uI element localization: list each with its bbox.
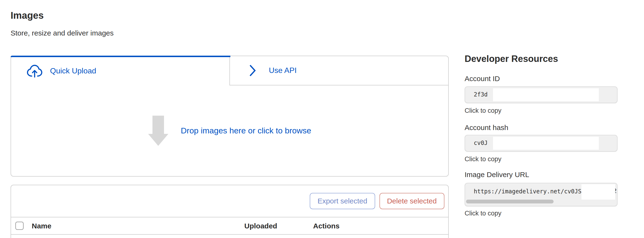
- account-id-field[interactable]: 2f3d: [464, 86, 618, 103]
- export-selected-button[interactable]: Export selected: [310, 193, 375, 209]
- developer-resources-sidebar: Developer Resources Account ID 2f3d Clic…: [464, 0, 618, 238]
- redaction-overlay: [493, 88, 599, 101]
- image-delivery-url-copy-hint: Click to copy: [464, 210, 502, 217]
- images-page: Images Store, resize and deliver images …: [0, 0, 644, 238]
- tab-use-api-label: Use API: [269, 66, 297, 75]
- account-hash-label: Account hash: [464, 123, 508, 131]
- image-list-card: Export selected Delete selected Name Upl…: [10, 185, 449, 238]
- cloud-upload-icon: [26, 64, 43, 78]
- account-hash-field[interactable]: cv0J: [464, 135, 618, 152]
- chevron-right-icon: [249, 64, 256, 77]
- image-drop-zone[interactable]: Drop images here or click to browse: [11, 85, 448, 176]
- image-delivery-url-label: Image Delivery URL: [464, 170, 529, 179]
- table-header-row: Name Uploaded Actions: [11, 217, 448, 235]
- column-header-uploaded: Uploaded: [244, 217, 277, 234]
- delete-selected-button[interactable]: Delete selected: [379, 193, 444, 209]
- column-header-name: Name: [32, 217, 52, 234]
- tab-quick-upload-label: Quick Upload: [50, 66, 96, 75]
- account-id-label: Account ID: [464, 74, 500, 83]
- column-header-actions: Actions: [313, 217, 340, 234]
- page-subtitle: Store, resize and deliver images: [10, 28, 114, 38]
- image-delivery-url-field[interactable]: https://imagedelivery.net/cv0JSj 2: [464, 183, 618, 206]
- redaction-overlay: [582, 184, 615, 200]
- redaction-overlay: [493, 137, 599, 150]
- drop-zone-label: Drop images here or click to browse: [181, 126, 311, 135]
- tab-strip: Quick Upload Use API: [11, 56, 448, 85]
- account-hash-copy-hint: Click to copy: [464, 155, 502, 163]
- tab-use-api[interactable]: Use API: [230, 56, 448, 85]
- horizontal-scrollbar-thumb[interactable]: [466, 200, 554, 204]
- list-toolbar: Export selected Delete selected: [11, 185, 448, 217]
- tab-quick-upload[interactable]: Quick Upload: [11, 56, 230, 85]
- down-arrow-icon: [148, 116, 168, 146]
- account-id-value: 2f3d: [474, 87, 488, 103]
- account-id-copy-hint: Click to copy: [464, 107, 502, 114]
- select-all-checkbox[interactable]: [16, 222, 24, 230]
- page-title: Images: [10, 9, 44, 22]
- image-delivery-url-value: https://imagedelivery.net/cv0JSj: [474, 188, 585, 195]
- active-tab-indicator: [10, 56, 230, 57]
- account-hash-value: cv0J: [474, 135, 488, 151]
- upload-panel: Quick Upload Use API Drop images here or…: [10, 56, 449, 177]
- sidebar-title: Developer Resources: [464, 54, 558, 64]
